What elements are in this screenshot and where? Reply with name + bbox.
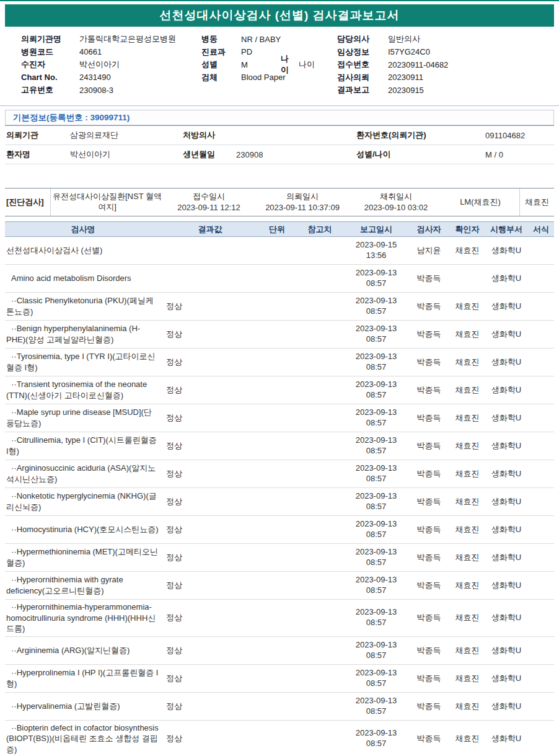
info-field-value: 20230915 <box>388 86 424 95</box>
test-name-cell: ··Argininosuccinic aciduria (ASA)(알지노석시닌… <box>5 461 161 486</box>
lm-collector: LM(채효진) <box>441 197 519 208</box>
department-cell: 생화학U <box>485 524 528 535</box>
info-row: 접수번호20230911-04682 <box>337 59 554 71</box>
report-datetime-cell: 2023-09-1308:57 <box>345 296 408 317</box>
report-date: 2023-09-13 <box>345 696 408 706</box>
department-cell: 생화학U <box>485 673 528 684</box>
department-cell: 생화학U <box>485 612 528 623</box>
results-row: ··Benign hyperphenylalaninemia (H-PHE)(양… <box>5 321 554 349</box>
tester-cell: 남지윤 <box>408 245 450 256</box>
confirmer-cell: 채효진 <box>450 385 485 396</box>
basic-info-section-title: 기본정보(등록번호 : 39099711) <box>13 112 130 123</box>
info-field-label: 진료과 <box>201 47 241 58</box>
confirmer-cell: 채효진 <box>450 552 485 563</box>
result-value-cell: 정상 <box>161 496 259 507</box>
test-name-cell: ··Nonketotic hyperglycinemia (NKHG)(글리신뇌… <box>5 489 161 514</box>
results-row: ··Transient tyrosinemia of the neonate (… <box>5 376 554 404</box>
result-value-cell: 정상 <box>161 329 259 340</box>
department-cell: 생화학U <box>485 468 528 479</box>
info-field-label: 고유번호 <box>21 84 79 96</box>
report-time: 08:57 <box>345 558 408 568</box>
top-accent-rule <box>0 0 559 1</box>
test-name-cell: ··Classic Phenylketonuria (PKU)(페닐케톤뇨증) <box>5 293 161 319</box>
basic-field-value: M / 0 <box>485 150 554 159</box>
tester-cell: 박종득 <box>408 385 450 396</box>
basic-info-section-header: 기본정보(등록번호 : 39099711) <box>5 110 554 125</box>
info-field-value: 20230911 <box>388 73 423 82</box>
confirmer-cell: 채효진 <box>450 440 485 451</box>
info-field-label: 검사의뢰 <box>337 72 388 83</box>
test-name-cell: ··Maple syrup urine disease [MSUD](단풍당뇨증… <box>5 405 161 430</box>
info-row: 담당의사일반의사 <box>337 33 554 45</box>
result-value-cell: 정상 <box>161 385 259 396</box>
confirmer-cell: 채효진 <box>450 673 485 684</box>
report-datetime-cell: 2023-09-1308:57 <box>345 324 408 345</box>
info-field-label: Chart No. <box>21 73 79 82</box>
test-name-cell: ··Tyrosinemia, type I (TYR I)(고타이로신혈증 I형… <box>5 349 161 375</box>
report-date: 2023-09-13 <box>345 640 408 651</box>
department-cell: 생화학U <box>485 440 528 451</box>
report-datetime-cell: 2023-09-1308:57 <box>345 407 408 429</box>
report-datetime-cell: 2023-09-1308:57 <box>345 640 408 661</box>
results-row: ··Biopterin defect in cofactor biosynthe… <box>5 721 554 756</box>
collection-value: 2023-09-10 03:02 <box>351 202 441 213</box>
results-row: ··Maple syrup urine disease [MSUD](단풍당뇨증… <box>5 404 554 432</box>
result-value-cell: 정상 <box>161 468 259 479</box>
report-date: 2023-09-13 <box>345 547 408 558</box>
test-name-cell: ··Hypervalinemia (고발린혈증) <box>5 699 161 714</box>
report-date: 2023-09-13 <box>345 324 408 334</box>
request-value: 2023-09-11 10:37:09 <box>254 202 351 213</box>
results-header-cell: 시행부서 <box>485 224 528 235</box>
diagnosis-tag: [진단검사] <box>5 189 51 216</box>
report-time: 08:57 <box>345 446 408 456</box>
results-row: 선천성대사이상검사 (선별)2023-09-1513:56남지윤채효진생화학U <box>5 237 554 265</box>
info-field-label: 접수번호 <box>337 59 388 70</box>
collection-datetime: 채취일시 2023-09-10 03:02 <box>351 191 441 213</box>
info-field-value: 20230911-04682 <box>388 60 448 69</box>
report-datetime-cell: 2023-09-1308:57 <box>345 352 408 373</box>
department-cell: 생화학U <box>485 273 528 284</box>
info-row: 임상정보I57YG24C0 <box>337 46 554 58</box>
test-name-cell: Amino acid metabolism Disorders <box>5 271 161 286</box>
department-cell: 생화학U <box>485 552 528 563</box>
report-time: 08:57 <box>345 278 408 289</box>
tester-cell: 박종득 <box>408 329 450 340</box>
report-time: 13:56 <box>345 251 408 261</box>
test-name-cell: ··Argininemia (ARG)(알지닌혈증) <box>5 643 161 658</box>
collector-name: 채효진 <box>519 189 554 216</box>
info-field-value: I57YG24C0 <box>388 47 430 56</box>
report-datetime-cell: 2023-09-1308:57 <box>345 491 408 512</box>
department-cell: 생화학U <box>485 701 528 712</box>
tester-cell: 박종득 <box>408 733 450 744</box>
patient-info-right-column: 담당의사일반의사임상정보I57YG24C0접수번호20230911-04682검… <box>337 32 554 97</box>
report-datetime-cell: 2023-09-1308:57 <box>345 575 408 596</box>
results-header-cell: 검사자 <box>408 224 450 235</box>
results-table: 검사명결과값단위참고치보고일시검사자확인자시행부서서식선천성대사이상검사 (선별… <box>5 221 554 756</box>
info-field-label: 병원코드 <box>21 47 79 58</box>
department-cell: 생화학U <box>485 329 528 340</box>
patient-info-middle-column: 병동NR / BABY진료과PD성별M나이나이검체Blood Paper <box>198 32 337 97</box>
tester-cell: 박종득 <box>408 468 450 479</box>
results-row: ··Hypermethioninemia (MET)(고메티오닌혈증)정상202… <box>5 544 554 572</box>
department-cell: 생화학U <box>485 357 528 368</box>
tester-cell: 박종득 <box>408 701 450 712</box>
report-datetime-cell: 2023-09-1308:57 <box>345 519 408 540</box>
result-value-cell: 정상 <box>161 412 259 424</box>
test-name-cell: 선천성대사이상검사 (선별) <box>5 243 161 258</box>
info-row: Chart No.2431490 <box>21 71 198 83</box>
results-row: ··Classic Phenylketonuria (PKU)(페닐케톤뇨증)정… <box>5 293 554 321</box>
basic-field-value: 박선이아기 <box>70 149 182 160</box>
report-datetime-cell: 2023-09-1308:57 <box>345 668 408 689</box>
department-cell: 생화학U <box>485 301 528 312</box>
tester-cell: 박종득 <box>408 524 450 535</box>
tester-cell: 박종득 <box>408 496 450 507</box>
report-date: 2023-09-13 <box>345 268 408 278</box>
info-row: 병원코드40661 <box>21 46 198 58</box>
results-row: ··Tyrosinemia, type I (TYR I)(고타이로신혈증 I형… <box>5 349 554 376</box>
test-name-cell: ··Hyperprolinemia I (HP I)(고프롤린혈증 I형) <box>5 665 161 691</box>
info-field-value: 박선이아기 <box>79 59 120 70</box>
diagnosis-test-name: 유전성대사이상질환[NST 혈액여지] <box>51 190 164 214</box>
info-row: 검사의뢰20230911 <box>337 71 554 83</box>
basic-info-row: 환자명박선이아기생년월일230908성별/나이M / 0 <box>5 145 554 164</box>
results-header-cell: 결과값 <box>161 224 259 235</box>
